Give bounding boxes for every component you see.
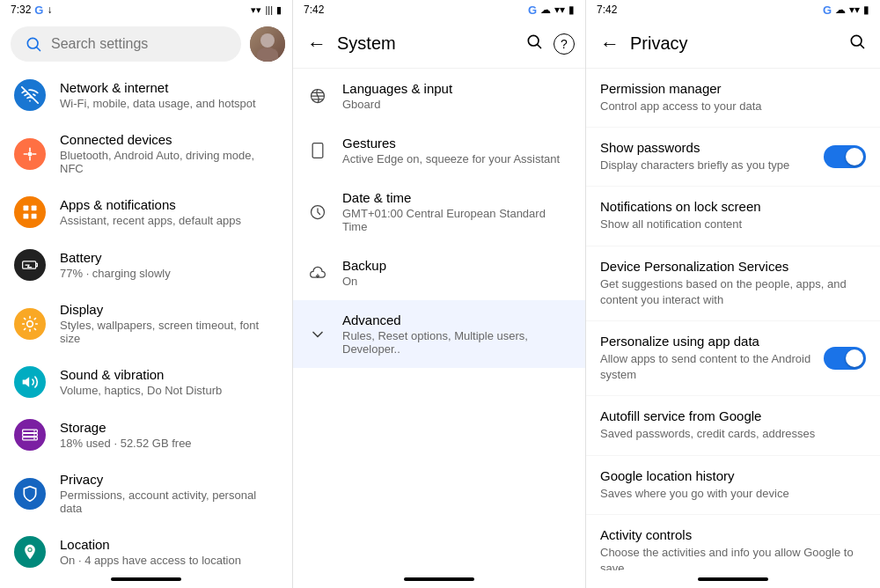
privacy-header: ← Privacy xyxy=(586,19,880,69)
icon-display xyxy=(14,308,46,340)
middle-status-icons: G ☁ ▾▾ ▮ xyxy=(528,4,575,17)
svg-rect-9 xyxy=(23,430,38,432)
settings-item-network[interactable]: Network & internet Wi-Fi, mobile, data u… xyxy=(0,69,292,121)
privacy-subtitle-permission-manager: Control app access to your data xyxy=(600,99,866,114)
text-location: Location On · 4 apps have access to loca… xyxy=(60,537,278,567)
system-item-advanced[interactable]: Advanced Rules, Reset options, Multiple … xyxy=(293,300,585,368)
svg-point-12 xyxy=(33,430,35,432)
privacy-item-personalize-app-data[interactable]: Personalize using app data Allow apps to… xyxy=(586,321,880,396)
sys-icon-backup xyxy=(307,262,328,283)
settings-item-sound[interactable]: Sound & vibration Volume, haptics, Do No… xyxy=(0,356,292,408)
privacy-title-device-personalization: Device Personalization Services xyxy=(600,259,866,274)
right-panel: 7:42 G ☁ ▾▾ ▮ ← Privacy Permission manag… xyxy=(586,0,880,588)
title-apps: Apps & notifications xyxy=(60,197,278,212)
privacy-item-show-passwords[interactable]: Show passwords Display characters briefl… xyxy=(586,128,880,187)
privacy-item-activity-controls[interactable]: Activity controls Choose the activities … xyxy=(586,515,880,570)
signal-icon: ||| xyxy=(265,4,273,15)
svg-rect-19 xyxy=(312,143,323,158)
privacy-search-icon[interactable] xyxy=(845,29,869,58)
sys-text-backup: Backup On xyxy=(342,258,571,288)
svg-rect-5 xyxy=(24,214,29,219)
settings-item-display[interactable]: Display Styles, wallpapers, screen timeo… xyxy=(0,291,292,356)
toggle-show-passwords[interactable] xyxy=(824,145,866,168)
search-container xyxy=(0,19,292,69)
system-help-icon[interactable]: ? xyxy=(554,33,575,55)
system-item-gestures[interactable]: Gestures Active Edge on, squeeze for you… xyxy=(293,123,585,178)
text-network: Network & internet Wi-Fi, mobile, data u… xyxy=(60,80,278,110)
cloud-icon-m: ☁ xyxy=(540,4,551,16)
icon-storage xyxy=(14,419,46,451)
back-button-system[interactable]: ← xyxy=(304,29,330,59)
search-input[interactable] xyxy=(51,36,227,52)
svg-line-1 xyxy=(37,48,40,51)
privacy-subtitle-autofill-google: Saved passwords, credit cards, addresses xyxy=(600,426,866,442)
privacy-item-notifications-lock[interactable]: Notifications on lock screen Show all no… xyxy=(586,187,880,246)
sys-icon-advanced xyxy=(307,324,328,345)
back-button-privacy[interactable]: ← xyxy=(597,29,623,59)
settings-item-privacy[interactable]: Privacy Permissions, account activity, p… xyxy=(0,461,292,526)
text-display: Display Styles, wallpapers, screen timeo… xyxy=(60,302,278,345)
settings-item-connected[interactable]: Connected devices Bluetooth, Android Aut… xyxy=(0,121,292,186)
privacy-item-google-location-history[interactable]: Google location history Saves where you … xyxy=(586,456,880,515)
subtitle-sound: Volume, haptics, Do Not Disturb xyxy=(60,384,278,397)
text-connected: Connected devices Bluetooth, Android Aut… xyxy=(60,132,278,175)
privacy-item-autofill-google[interactable]: Autofill service from Google Saved passw… xyxy=(586,396,880,455)
privacy-subtitle-google-location-history: Saves where you go with your device xyxy=(600,486,866,502)
sys-text-datetime: Date & time GMT+01:00 Central European S… xyxy=(342,190,571,233)
battery-icon-r: ▮ xyxy=(863,4,869,16)
svg-rect-4 xyxy=(32,206,37,211)
privacy-header-icons xyxy=(845,29,869,58)
left-status-time: 7:32 G ↓ xyxy=(11,4,52,17)
system-search-icon[interactable] xyxy=(522,29,546,58)
settings-item-apps[interactable]: Apps & notifications Assistant, recent a… xyxy=(0,186,292,239)
left-status-bar: 7:32 G ↓ ▾▾ ||| ▮ xyxy=(0,0,292,19)
wifi-icon-m: ▾▾ xyxy=(554,4,565,16)
google-icon: G xyxy=(34,4,43,17)
toggle-personalize-app-data[interactable] xyxy=(824,347,866,370)
title-sound: Sound & vibration xyxy=(60,367,278,382)
privacy-title-google-location-history: Google location history xyxy=(600,468,866,483)
privacy-title-personalize-app-data: Personalize using app data xyxy=(600,334,817,349)
system-item-languages[interactable]: Languages & input Gboard xyxy=(293,69,585,123)
svg-point-2 xyxy=(28,151,33,156)
settings-list: Network & internet Wi-Fi, mobile, data u… xyxy=(0,69,292,570)
subtitle-storage: 18% used · 52.52 GB free xyxy=(60,437,278,450)
title-privacy: Privacy xyxy=(60,472,278,487)
privacy-item-device-personalization[interactable]: Device Personalization Services Get sugg… xyxy=(586,246,880,321)
privacy-title: Privacy xyxy=(630,33,838,54)
svg-point-13 xyxy=(33,434,35,436)
sys-icon-datetime xyxy=(307,202,328,223)
privacy-item-permission-manager[interactable]: Permission manager Control app access to… xyxy=(586,69,880,128)
sys-title-advanced: Advanced xyxy=(342,312,571,327)
text-privacy: Privacy Permissions, account activity, p… xyxy=(60,472,278,515)
sys-subtitle-languages: Gboard xyxy=(342,98,571,111)
svg-line-22 xyxy=(861,45,864,48)
settings-item-storage[interactable]: Storage 18% used · 52.52 GB free xyxy=(0,408,292,461)
download-icon: ↓ xyxy=(47,4,52,16)
icon-apps xyxy=(14,196,46,228)
middle-bottom-indicator xyxy=(404,577,474,581)
right-bottom-indicator xyxy=(698,577,768,581)
icon-location xyxy=(14,536,46,568)
settings-item-battery[interactable]: Battery 77% · charging slowly xyxy=(0,239,292,291)
system-item-backup[interactable]: Backup On xyxy=(293,246,585,300)
text-storage: Storage 18% used · 52.52 GB free xyxy=(60,420,278,450)
toggle-thumb-personalize-app-data xyxy=(846,349,863,367)
title-location: Location xyxy=(60,537,278,552)
privacy-subtitle-personalize-app-data: Allow apps to send content to the Androi… xyxy=(600,351,817,383)
settings-item-location[interactable]: Location On · 4 apps have access to loca… xyxy=(0,526,292,570)
privacy-title-autofill-google: Autofill service from Google xyxy=(600,408,866,423)
system-item-datetime[interactable]: Date & time GMT+01:00 Central European S… xyxy=(293,178,585,246)
subtitle-battery: 77% · charging slowly xyxy=(60,267,278,280)
svg-rect-3 xyxy=(24,206,29,211)
sys-title-datetime: Date & time xyxy=(342,190,571,205)
avatar[interactable] xyxy=(250,26,285,62)
search-bar[interactable] xyxy=(11,26,241,62)
google-icon-r: G xyxy=(823,4,832,17)
privacy-title-activity-controls: Activity controls xyxy=(600,527,866,542)
icon-battery xyxy=(14,249,46,281)
sys-subtitle-backup: On xyxy=(342,275,571,288)
cloud-icon-r: ☁ xyxy=(835,4,846,16)
privacy-row-show-passwords: Show passwords Display characters briefl… xyxy=(600,140,866,173)
svg-line-17 xyxy=(538,45,541,48)
